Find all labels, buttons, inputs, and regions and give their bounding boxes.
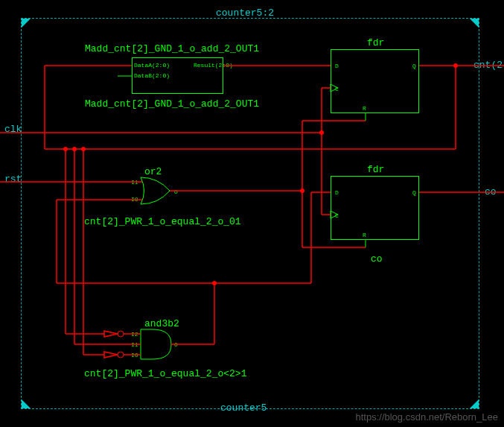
svg-marker-0 — [104, 331, 118, 337]
svg-marker-6 — [331, 84, 338, 92]
and3b2-gate-icon — [141, 329, 171, 359]
schematic-svg — [0, 0, 504, 427]
or2-gate-icon — [141, 177, 170, 204]
svg-point-3 — [118, 352, 124, 358]
svg-marker-2 — [104, 352, 118, 358]
svg-marker-7 — [331, 211, 338, 218]
svg-point-1 — [118, 331, 124, 337]
watermark: https://blog.csdn.net/Reborn_Lee — [355, 411, 498, 423]
